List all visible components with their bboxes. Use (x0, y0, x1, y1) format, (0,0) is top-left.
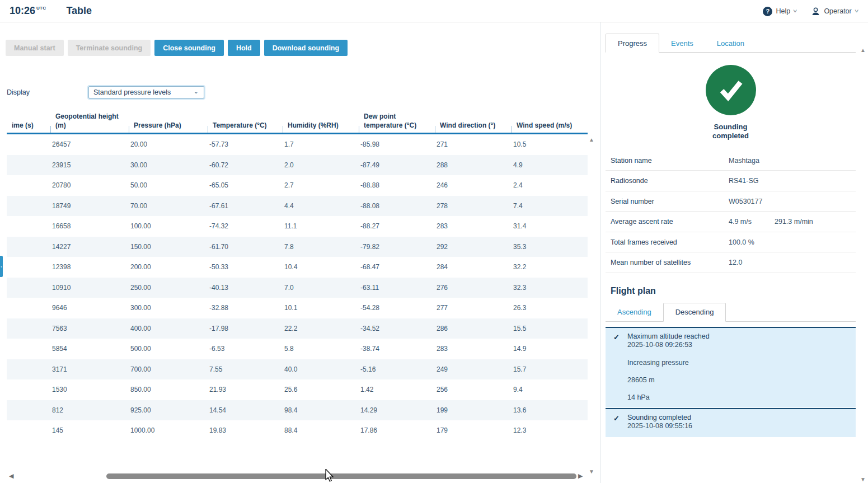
table-cell: 7.8 (283, 237, 359, 257)
table-cell: 14.9 (512, 339, 588, 359)
tab-progress[interactable]: Progress (606, 34, 659, 53)
event-detail: 14 hPa (627, 393, 856, 401)
table-row[interactable]: 2078050.00-65.052.7-88.882462.4 (7, 175, 588, 196)
display-select-value: Standard pressure levels (93, 88, 171, 96)
table-cell: 276 (435, 278, 512, 298)
close-sounding-button[interactable]: Close sounding (154, 40, 224, 56)
table-cell: 25.6 (283, 379, 359, 400)
tab-events[interactable]: Events (659, 34, 705, 53)
table-cell: -54.28 (359, 298, 435, 318)
column-header: ime (s) (7, 109, 50, 133)
table-cell: 1530 (50, 379, 129, 400)
table-cell: -88.27 (359, 216, 435, 237)
flight-plan-event[interactable]: ✓Maximum altitude reached2025-10-08 09:2… (606, 327, 856, 408)
flight-plan-tab-descending[interactable]: Descending (663, 303, 726, 322)
hscroll-left-arrow[interactable]: ◀ (9, 473, 13, 479)
table-row[interactable]: 16658100.00-74.3211.1-88.2728331.4 (7, 216, 588, 237)
table-cell: -38.74 (359, 339, 435, 359)
display-select[interactable]: Standard pressure levels ⌄ (88, 86, 204, 99)
table-row[interactable]: 9646300.00-32.8810.1-54.2827726.3 (7, 298, 588, 318)
operator-menu[interactable]: Operator ˅ (811, 7, 858, 16)
info-label: Average ascent rate (611, 212, 673, 232)
table-cell: 300.00 (129, 298, 208, 318)
download-sounding-button[interactable]: Download sounding (264, 40, 348, 56)
info-row: Mean number of satellites12.0 (606, 252, 856, 273)
event-timestamp: 2025-10-08 09:55:16 (627, 422, 692, 430)
info-value: 12.0 (729, 252, 742, 273)
table-row[interactable]: 10910250.00-40.137.0-63.1127632.3 (7, 278, 588, 298)
column-header: Dew point temperature (°C) (359, 109, 435, 133)
panel-scroll-down-arrow[interactable]: ▼ (860, 477, 866, 482)
table-cell: 20780 (50, 175, 129, 196)
table-cell: 14227 (50, 237, 129, 257)
hscroll-right-arrow[interactable]: ▶ (578, 473, 583, 479)
flight-plan-events: ✓Maximum altitude reached2025-10-08 09:2… (606, 327, 856, 437)
table-cell (7, 196, 50, 217)
operator-label: Operator (824, 7, 851, 15)
flight-plan-title: Flight plan (611, 286, 856, 296)
horizontal-scrollbar-thumb[interactable] (106, 473, 576, 479)
table-row[interactable]: 3171700.007.5540.0-5.1624915.7 (7, 359, 588, 380)
info-label: Radiosonde (611, 171, 648, 191)
info-value-secondary: 291.3 m/min (775, 212, 813, 232)
flight-plan-event[interactable]: ✓Sounding completed2025-10-08 09:55:16 (606, 408, 856, 437)
table-cell: -67.61 (208, 196, 283, 217)
table-row[interactable]: 1451000.0019.8388.417.8617912.3 (7, 420, 588, 441)
table-cell: -63.11 (359, 278, 435, 298)
table-cell: 70.00 (129, 196, 208, 217)
table-row[interactable]: 1874970.00-67.614.4-88.082787.4 (7, 196, 588, 217)
table-row[interactable]: 2391530.00-60.722.0-87.492884.9 (7, 155, 588, 176)
event-text: Sounding completed2025-10-08 09:55:16 (627, 414, 692, 431)
panel-scroll-up-arrow[interactable]: ▲ (860, 48, 866, 53)
help-menu[interactable]: ? Help ˅ (763, 7, 796, 16)
table-scroll-down-arrow[interactable]: ▼ (589, 469, 594, 475)
table-cell: -34.52 (359, 318, 435, 339)
table-row[interactable]: 12398200.00-50.3310.4-68.4728432.2 (7, 257, 588, 278)
table-header-row: ime (s)Geopotential height (m)Pressure (… (7, 109, 588, 134)
table-cell: -68.47 (359, 257, 435, 278)
table-cell: 10.1 (283, 298, 359, 318)
table-cell: 3171 (50, 359, 129, 380)
table-cell: 19.83 (208, 420, 283, 441)
table-cell: 13.6 (512, 400, 588, 421)
table-cell (7, 379, 50, 400)
side-panel-expand-handle[interactable]: ‹ (0, 256, 3, 277)
column-header: Geopotential height (m) (50, 109, 129, 133)
info-value: 100.0 % (729, 232, 754, 253)
table-cell: -50.33 (208, 257, 283, 278)
info-label: Serial number (611, 191, 654, 212)
event-title: Maximum altitude reached (627, 332, 710, 341)
hold-button[interactable]: Hold (228, 40, 260, 56)
table-row[interactable]: 5854500.00-6.535.8-38.7428314.9 (7, 339, 588, 359)
column-header: Wind direction (°) (435, 109, 512, 133)
terminate-sounding-button: Terminate sounding (68, 40, 151, 56)
info-label: Station name (611, 151, 652, 171)
column-header: Pressure (hPa) (129, 109, 208, 133)
table-row[interactable]: 812925.0014.5498.414.2919913.6 (7, 400, 588, 421)
event-header: ✓Maximum altitude reached2025-10-08 09:2… (606, 332, 856, 350)
table-cell (7, 420, 50, 441)
manual-start-button: Manual start (6, 40, 64, 56)
table-cell: 179 (435, 420, 512, 441)
table-row[interactable]: 2645720.00-57.731.7-85.9827110.5 (7, 134, 588, 155)
table-cell: 10.4 (283, 257, 359, 278)
table-cell (7, 359, 50, 380)
table-cell: -65.05 (208, 175, 283, 196)
table-cell: 88.4 (283, 420, 359, 441)
info-row: Average ascent rate4.9 m/s291.3 m/min (606, 212, 856, 232)
table-row[interactable]: 7563400.00-17.9822.2-34.5228615.5 (7, 318, 588, 339)
table-scroll-up-arrow[interactable]: ▲ (589, 137, 594, 143)
table-cell: 200.00 (129, 257, 208, 278)
table-cell (7, 278, 50, 298)
table-cell: 277 (435, 298, 512, 318)
chevron-down-icon: ˅ (793, 8, 797, 14)
info-value: 4.9 m/s (729, 212, 752, 232)
display-label: Display (7, 88, 88, 96)
collapse-handle-icon: ‹ (1, 264, 2, 269)
flight-plan-tab-ascending[interactable]: Ascending (606, 303, 663, 322)
tab-location[interactable]: Location (705, 34, 756, 53)
table-row[interactable]: 14227150.00-61.707.8-79.8229235.3 (7, 237, 588, 257)
table-row[interactable]: 1530850.0021.9325.61.422569.4 (7, 379, 588, 400)
info-row: Serial numberW0530177 (606, 191, 856, 212)
table-cell: -6.53 (208, 339, 283, 359)
